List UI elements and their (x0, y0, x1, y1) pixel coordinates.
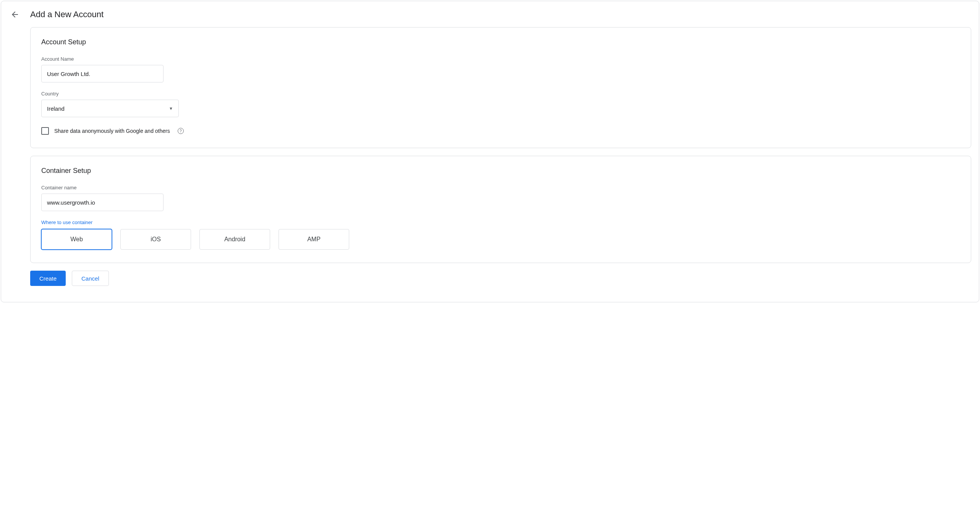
chevron-down-icon: ▼ (169, 106, 173, 111)
share-data-checkbox[interactable] (41, 127, 49, 135)
share-data-label: Share data anonymously with Google and o… (54, 128, 170, 134)
country-select-wrapper: Ireland ▼ (41, 100, 179, 117)
platform-android[interactable]: Android (199, 229, 270, 250)
share-data-row: Share data anonymously with Google and o… (41, 127, 960, 135)
platform-amp[interactable]: AMP (279, 229, 349, 250)
container-setup-card: Container Setup Container name Where to … (30, 156, 971, 263)
add-account-page: Add a New Account Account Setup Account … (1, 1, 979, 302)
country-label: Country (41, 91, 960, 97)
help-icon[interactable]: ? (178, 128, 184, 134)
page-title: Add a New Account (30, 10, 104, 19)
where-to-use-label: Where to use container (41, 220, 960, 225)
cancel-button[interactable]: Cancel (72, 271, 109, 286)
action-buttons: Create Cancel (30, 271, 979, 286)
platform-ios[interactable]: iOS (120, 229, 191, 250)
account-setup-title: Account Setup (41, 38, 960, 46)
container-name-label: Container name (41, 185, 960, 190)
page-header: Add a New Account (1, 1, 979, 27)
create-button[interactable]: Create (30, 271, 66, 286)
container-setup-title: Container Setup (41, 167, 960, 175)
platform-options: Web iOS Android AMP (41, 229, 960, 250)
platform-web[interactable]: Web (41, 229, 112, 250)
back-arrow-icon[interactable] (10, 10, 19, 19)
country-select[interactable]: Ireland ▼ (41, 100, 179, 117)
account-name-label: Account Name (41, 56, 960, 62)
account-name-input[interactable] (41, 65, 164, 82)
country-value: Ireland (47, 105, 65, 112)
account-setup-card: Account Setup Account Name Country Irela… (30, 27, 971, 148)
container-name-input[interactable] (41, 194, 164, 211)
